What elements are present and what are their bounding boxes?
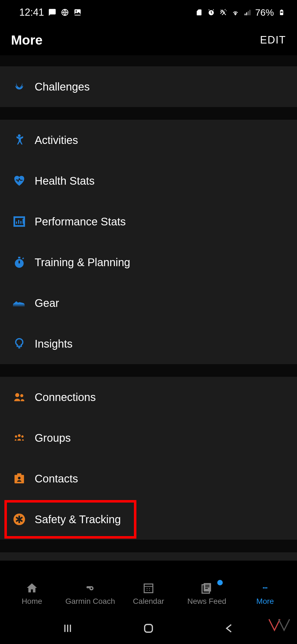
section-gap [0, 107, 297, 120]
nav-home[interactable]: Home [3, 581, 61, 606]
battery-icon [277, 8, 286, 17]
system-nav [0, 614, 297, 644]
svg-point-31 [266, 587, 267, 589]
contact-icon [12, 471, 26, 486]
recents-button[interactable] [62, 623, 73, 635]
menu-item-health-stats[interactable]: Health Stats [0, 160, 297, 201]
svg-rect-4 [244, 14, 246, 15]
menu-item-connections[interactable]: Connections [0, 377, 297, 417]
section-gap [0, 55, 297, 66]
home-button[interactable] [143, 623, 154, 635]
edit-button[interactable]: EDIT [260, 34, 286, 46]
page-title: More [11, 32, 43, 48]
stopwatch-icon [12, 255, 26, 269]
nav-label: More [256, 597, 274, 606]
svg-point-2 [76, 10, 77, 12]
section-partial [0, 552, 297, 561]
menu-item-performance-stats[interactable]: Performance Stats [0, 201, 297, 242]
nav-label: Home [22, 597, 42, 606]
section-gap [0, 364, 297, 377]
nav-news-feed[interactable]: News Feed [178, 581, 236, 606]
svg-point-12 [18, 134, 21, 137]
app-header: More EDIT [0, 25, 297, 55]
group-icon [12, 431, 26, 445]
laurel-icon [12, 80, 26, 94]
menu-section-1: Challenges [0, 66, 297, 107]
menu-item-activities[interactable]: Activities [0, 120, 297, 160]
nav-calendar[interactable]: Calendar [119, 581, 178, 606]
sd-icon [195, 8, 204, 17]
menu-label: Health Stats [35, 175, 95, 187]
menu-label: Groups [35, 432, 71, 444]
watermark-logo [266, 616, 291, 633]
aperture-icon [61, 8, 69, 17]
menu-item-insights[interactable]: Insights [0, 323, 297, 364]
status-right: 76% [195, 7, 286, 18]
svg-point-23 [18, 477, 21, 479]
wifi-icon [231, 8, 240, 17]
back-button[interactable] [224, 623, 235, 635]
svg-point-25 [91, 588, 92, 589]
svg-point-19 [15, 435, 17, 438]
notification-badge [217, 580, 223, 585]
section-gap [0, 540, 297, 552]
bottom-nav: Home Garmin Coach Calendar News Feed Mor… [0, 573, 297, 614]
menu-label: Connections [35, 391, 96, 403]
svg-rect-11 [280, 12, 283, 13]
signal-icon [243, 8, 252, 17]
menu-section-3: Connections Groups Contacts Safety & Tra… [0, 377, 297, 540]
menu-item-challenges[interactable]: Challenges [0, 66, 297, 107]
svg-rect-22 [17, 473, 21, 476]
menu-section-2: Activities Health Stats Performance Stat… [0, 120, 297, 364]
menu-item-contacts[interactable]: Contacts [0, 458, 297, 499]
status-bar: 12:41 76% [0, 0, 297, 25]
menu-item-safety-tracking[interactable]: Safety & Tracking [0, 499, 297, 540]
svg-rect-15 [18, 257, 20, 258]
nav-garmin-coach[interactable]: Garmin Coach [61, 581, 119, 606]
svg-point-17 [20, 394, 23, 397]
menu-label: Safety & Tracking [35, 513, 121, 526]
alarm-icon [207, 8, 216, 17]
nav-label: News Feed [187, 597, 226, 606]
svg-rect-32 [145, 624, 152, 632]
svg-point-18 [18, 434, 21, 437]
nav-label: Calendar [133, 597, 164, 606]
people-icon [12, 390, 26, 404]
more-icon [258, 581, 272, 595]
svg-point-20 [21, 435, 24, 438]
svg-point-16 [15, 393, 19, 397]
menu-label: Challenges [35, 81, 90, 93]
nav-label: Garmin Coach [65, 597, 115, 606]
vibrate-icon [219, 8, 228, 17]
menu-label: Performance Stats [35, 215, 126, 228]
content-area: Challenges Activities Health Stats Perfo… [0, 55, 297, 561]
svg-rect-6 [248, 11, 249, 15]
menu-item-groups[interactable]: Groups [0, 417, 297, 458]
chat-icon [48, 8, 57, 17]
status-time: 12:41 [19, 7, 44, 18]
menu-item-training-planning[interactable]: Training & Planning [0, 242, 297, 283]
battery-percent: 76% [255, 7, 274, 18]
menu-item-gear[interactable]: Gear [0, 283, 297, 323]
menu-label: Activities [35, 134, 78, 146]
shoe-icon [12, 296, 26, 310]
svg-rect-5 [246, 12, 247, 15]
home-icon [25, 581, 39, 595]
nav-more[interactable]: More [236, 581, 294, 606]
chart-icon [12, 214, 26, 229]
asterisk-icon [12, 512, 26, 526]
svg-point-29 [263, 587, 264, 589]
menu-label: Contacts [35, 473, 78, 485]
menu-label: Insights [35, 338, 73, 350]
whistle-icon [83, 581, 97, 595]
bulb-icon [12, 337, 26, 351]
menu-label: Gear [35, 297, 59, 309]
svg-rect-7 [249, 10, 251, 15]
person-icon [12, 133, 26, 147]
svg-rect-26 [144, 584, 153, 593]
svg-point-30 [265, 587, 266, 589]
menu-label: Training & Planning [35, 256, 130, 269]
heart-icon [12, 174, 26, 188]
svg-rect-9 [281, 10, 282, 10]
news-icon [200, 581, 214, 595]
